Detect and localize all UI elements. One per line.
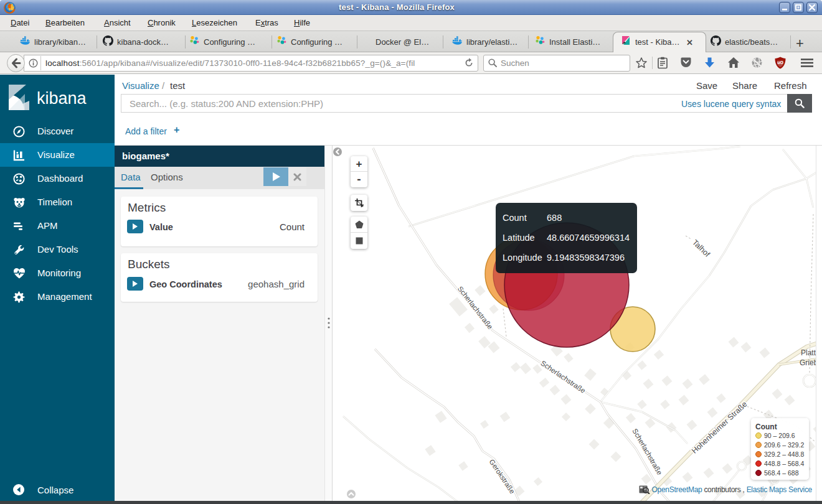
svg-text:Talhof: Talhof <box>691 238 712 259</box>
svg-text:Scherlachstraße: Scherlachstraße <box>539 359 587 394</box>
svg-text:Gerokstraße: Gerokstraße <box>488 458 516 495</box>
svg-text:Hohenheimer Straße: Hohenheimer Straße <box>690 399 749 455</box>
svg-text:uO: uO <box>777 60 783 65</box>
